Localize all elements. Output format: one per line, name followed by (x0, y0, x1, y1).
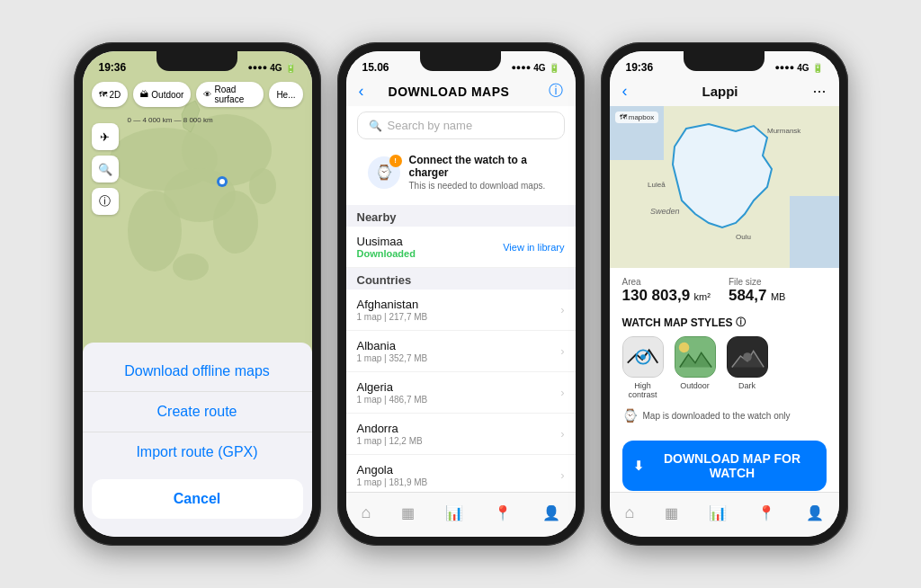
status-icons-2: ●●●● 4G 🔋 (511, 63, 559, 73)
map-tab-he[interactable]: He... (269, 82, 302, 107)
search-icon-dl: 🔍 (369, 120, 382, 132)
phone-map: 19:36 ●●●● 4G 🔋 🗺 2D 🏔 Outdoor � (74, 42, 321, 546)
style-outdoor[interactable]: Outdoor (675, 336, 716, 399)
info-btn[interactable]: ⓘ (92, 188, 119, 215)
phone-lappi-screen: 19:36 ●●●● 4G 🔋 ‹ Lappi ··· (610, 51, 839, 537)
map-attribution: 🗺 mapbox (615, 111, 659, 123)
style-icon-high-contrast (622, 336, 664, 378)
andorra-item[interactable]: Andorra 1 map | 12,2 MB › (346, 414, 576, 455)
charger-banner: ⌚ ! Connect the watch to a charger This … (357, 145, 565, 200)
search-bar[interactable]: 🔍 Search by name (357, 111, 565, 139)
tab-calendar-3[interactable]: ▦ (665, 504, 678, 521)
map-side-icons: ✈ 🔍 ⓘ (92, 123, 119, 215)
tab-profile-2[interactable]: 👤 (542, 504, 560, 521)
create-route-btn[interactable]: Create route (83, 392, 312, 432)
charger-text: Connect the watch to a charger This is n… (409, 154, 554, 191)
notch-3 (684, 51, 765, 71)
more-btn-lappi[interactable]: ··· (812, 82, 826, 101)
watch-only-note: ⌚ Map is downloaded to the watch only (622, 408, 827, 423)
lappi-map-preview: Sweden Oulu Luleå Murmansk 🗺 mapbox (610, 106, 839, 268)
lappi-map-svg: Sweden Oulu Luleå Murmansk (610, 106, 839, 268)
view-in-library-btn[interactable]: View in library (503, 242, 564, 253)
tab-home-3[interactable]: ⌂ (624, 503, 634, 522)
uusimaa-status: Downloaded (357, 248, 504, 259)
tab-home-2[interactable]: ⌂ (361, 503, 371, 522)
calendar-icon-3: ▦ (665, 504, 678, 521)
map-tab-2d-label: 2D (110, 90, 121, 100)
angola-item[interactable]: Angola 1 map | 181,9 MB › (346, 455, 576, 487)
navigate-btn[interactable]: ✈ (92, 123, 119, 150)
tab-calendar-2[interactable]: ▦ (401, 504, 415, 521)
outdoor-preview (675, 336, 715, 378)
afghanistan-item[interactable]: Afghanistan 1 map | 217,7 MB › (346, 290, 576, 331)
albania-info: Albania 1 map | 352,7 MB (357, 339, 561, 363)
outdoor-icon: 🏔 (140, 90, 148, 99)
svg-point-4 (128, 191, 182, 272)
svg-text:Oulu: Oulu (736, 233, 751, 241)
high-contrast-label: Highcontrast (628, 381, 657, 399)
network-type-3: 4G (797, 63, 809, 73)
andorra-name: Andorra (357, 422, 561, 435)
time-1: 19:36 (99, 61, 127, 74)
home-icon-3: ⌂ (624, 503, 634, 522)
action-sheet: Download offline maps Create route Impor… (83, 343, 312, 537)
battery-icon-2: 🔋 (549, 63, 559, 73)
uusimaa-item[interactable]: Uusimaa Downloaded View in library (346, 227, 576, 268)
status-icons-3: ●●●● 4G 🔋 (774, 63, 822, 73)
location-icon-2: 📍 (494, 504, 512, 521)
location-icon-3: 📍 (757, 504, 775, 521)
andorra-chevron-icon: › (560, 427, 564, 441)
tab-stats-2[interactable]: 📊 (445, 504, 463, 521)
watch-styles-header: WATCH MAP STYLES ⓘ (622, 316, 827, 329)
afghanistan-info: Afghanistan 1 map | 217,7 MB (357, 298, 561, 322)
angola-chevron-icon: › (560, 468, 564, 482)
info-icon: ⓘ (99, 193, 111, 209)
tab-location-2[interactable]: 📍 (494, 504, 512, 521)
map-tab-he-label: He... (276, 90, 295, 100)
map-tab-road[interactable]: 👁 Road surface (196, 82, 264, 107)
afghanistan-chevron-icon: › (560, 303, 564, 316)
download-map-btn[interactable]: ⬇ DOWNLOAD MAP FOR WATCH (622, 441, 827, 491)
style-high-contrast[interactable]: Highcontrast (622, 336, 664, 399)
signal-bars-3: ●●●● (774, 63, 794, 72)
uusimaa-info: Uusimaa Downloaded (357, 235, 504, 259)
area-stat: Area 130 803,9 km² (622, 277, 711, 305)
andorra-info: Andorra 1 map | 12,2 MB (357, 422, 561, 446)
algeria-item[interactable]: Algeria 1 map | 486,7 MB › (346, 372, 576, 414)
cancel-btn[interactable]: Cancel (92, 479, 303, 519)
status-icons-1: ●●●● 4G 🔋 (247, 63, 295, 73)
nearby-section-header: Nearby (346, 205, 576, 227)
area-unit: km² (694, 291, 711, 302)
albania-item[interactable]: Albania 1 map | 352,7 MB › (346, 331, 576, 372)
algeria-chevron-icon: › (560, 386, 564, 399)
map-scale: 0 — 4 000 km — 8 000 km (128, 116, 213, 124)
albania-name: Albania (357, 339, 561, 352)
time-3: 19:36 (626, 61, 654, 74)
tab-profile-3[interactable]: 👤 (806, 504, 824, 521)
watch-only-text: Map is downloaded to the watch only (643, 411, 791, 421)
phone-lappi: 19:36 ●●●● 4G 🔋 ‹ Lappi ··· (601, 42, 848, 546)
svg-text:Sweden: Sweden (650, 207, 680, 216)
countries-list: Afghanistan 1 map | 217,7 MB › Albania 1… (346, 290, 576, 487)
navigate-icon: ✈ (100, 130, 110, 144)
tab-stats-3[interactable]: 📊 (709, 504, 727, 521)
signal-icon-1: ●●●● (247, 63, 267, 72)
area-value-row: 130 803,9 km² (622, 287, 711, 305)
tab-location-3[interactable]: 📍 (757, 504, 775, 521)
map-tab-2d[interactable]: 🗺 2D (92, 82, 129, 107)
albania-chevron-icon: › (560, 344, 564, 358)
download-btn-label: DOWNLOAD MAP FOR WATCH (649, 451, 816, 480)
import-route-btn[interactable]: Import route (GPX) (83, 432, 312, 472)
style-dark[interactable]: Dark (727, 336, 768, 399)
watch-icon: ⌚ (622, 408, 638, 423)
phones-container: 19:36 ●●●● 4G 🔋 🗺 2D 🏔 Outdoor � (56, 24, 866, 564)
mapbox-icon: 🗺 (620, 113, 627, 121)
network-type-1: 4G (270, 63, 282, 73)
search-btn[interactable]: 🔍 (92, 156, 119, 183)
download-offline-maps-btn[interactable]: Download offline maps (83, 352, 312, 392)
andorra-sub: 1 map | 12,2 MB (357, 436, 561, 446)
search-placeholder: Search by name (388, 119, 473, 132)
map-tab-outdoor[interactable]: 🏔 Outdoor (133, 82, 191, 107)
info-btn-download[interactable]: ⓘ (549, 82, 563, 101)
svg-point-23 (678, 343, 688, 352)
